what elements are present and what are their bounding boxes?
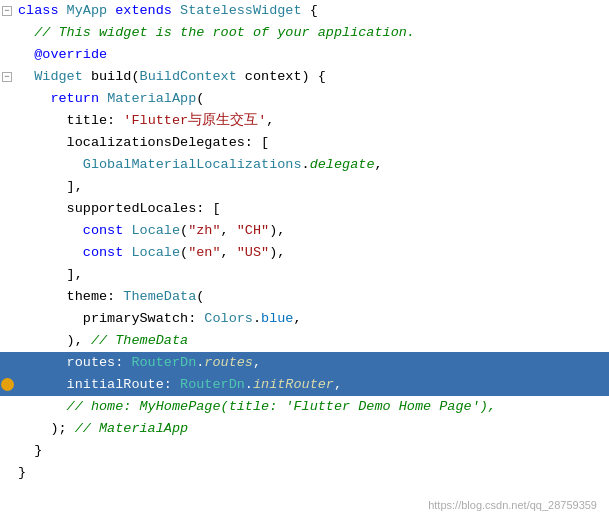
line-content-15: primarySwatch: Colors.blue,: [14, 308, 609, 330]
gutter-13: [0, 264, 14, 286]
gutter-9: [0, 176, 14, 198]
token: (: [196, 88, 204, 110]
token: .: [253, 308, 261, 330]
line-content-17: routes: RouterDn.routes,: [14, 352, 609, 374]
line-3: @override: [0, 44, 609, 66]
token: // MaterialApp: [67, 418, 189, 440]
line-1: − class MyApp extends StatelessWidget {: [0, 0, 609, 22]
token: @override: [34, 44, 107, 66]
token: delegate: [310, 154, 375, 176]
token: const: [83, 220, 124, 242]
token: (: [180, 242, 188, 264]
gutter-12: [0, 242, 14, 264]
gutter-1: −: [0, 0, 14, 22]
line-content-12: const Locale("en", "US"),: [14, 242, 609, 264]
token: // ThemeData: [91, 330, 188, 352]
token: );: [18, 418, 67, 440]
token: [123, 242, 131, 264]
line-content-2: // This widget is the root of your appli…: [14, 22, 609, 44]
token: theme:: [18, 286, 123, 308]
token: ,: [293, 308, 301, 330]
gutter-17: [0, 352, 14, 374]
gutter-10: [0, 198, 14, 220]
token: [18, 242, 83, 264]
line-content-14: theme: ThemeData(: [14, 286, 609, 308]
token: [18, 44, 34, 66]
token: Locale: [131, 242, 180, 264]
token: RouterDn: [180, 374, 245, 396]
token: [18, 154, 83, 176]
token: Widget: [34, 66, 83, 88]
gutter-7: [0, 132, 14, 154]
token: return: [50, 88, 99, 110]
line-15: primarySwatch: Colors.blue,: [0, 308, 609, 330]
token: Locale: [131, 220, 180, 242]
token: class: [18, 0, 67, 22]
token: build(: [83, 66, 140, 88]
token: routes: [204, 352, 253, 374]
line-18: initialRoute: RouterDn.initRouter,: [0, 374, 609, 396]
token: ),: [269, 220, 285, 242]
fold-icon-1[interactable]: −: [2, 6, 12, 16]
gutter-3: [0, 44, 14, 66]
line-8: GlobalMaterialLocalizations.delegate,: [0, 154, 609, 176]
gutter-22: [0, 462, 14, 484]
token: blue: [261, 308, 293, 330]
token: ThemeData: [123, 286, 196, 308]
token: supportedLocales: [: [18, 198, 221, 220]
line-content-8: GlobalMaterialLocalizations.delegate,: [14, 154, 609, 176]
gutter-18: [0, 374, 14, 396]
token: "US": [237, 242, 269, 264]
token: GlobalMaterialLocalizations: [83, 154, 302, 176]
token: .: [196, 352, 204, 374]
line-17: routes: RouterDn.routes,: [0, 352, 609, 374]
line-content-13: ],: [14, 264, 609, 286]
line-content-20: ); // MaterialApp: [14, 418, 609, 440]
line-5: return MaterialApp(: [0, 88, 609, 110]
token: }: [18, 440, 42, 462]
line-content-22: }: [14, 462, 609, 484]
gutter-21: [0, 440, 14, 462]
line-14: theme: ThemeData(: [0, 286, 609, 308]
line-content-16: ), // ThemeData: [14, 330, 609, 352]
line-content-5: return MaterialApp(: [14, 88, 609, 110]
gutter-20: [0, 418, 14, 440]
token: // home: MyHomePage(title: 'Flutter Demo…: [18, 396, 496, 418]
line-12: const Locale("en", "US"),: [0, 242, 609, 264]
line-11: const Locale("zh", "CH"),: [0, 220, 609, 242]
gutter-8: [0, 154, 14, 176]
token: (: [196, 286, 204, 308]
token: localizationsDelegates: [: [18, 132, 269, 154]
token: 'Flutter与原生交互': [123, 110, 266, 132]
token: ,: [266, 110, 274, 132]
token: const: [83, 242, 124, 264]
line-13: ],: [0, 264, 609, 286]
gutter-2: [0, 22, 14, 44]
token: MyApp: [67, 0, 116, 22]
line-4: − Widget build(BuildContext context) {: [0, 66, 609, 88]
token: ],: [18, 176, 83, 198]
token: ,: [221, 220, 237, 242]
token: initRouter: [253, 374, 334, 396]
watermark: https://blog.csdn.net/qq_28759359: [428, 499, 597, 511]
fold-icon-4[interactable]: −: [2, 72, 12, 82]
line-content-1: class MyApp extends StatelessWidget {: [14, 0, 609, 22]
token: "zh": [188, 220, 220, 242]
gutter-19: [0, 396, 14, 418]
line-content-19: // home: MyHomePage(title: 'Flutter Demo…: [14, 396, 609, 418]
line-content-9: ],: [14, 176, 609, 198]
token: MaterialApp: [107, 88, 196, 110]
line-16: ), // ThemeData: [0, 330, 609, 352]
token: .: [245, 374, 253, 396]
line-20: ); // MaterialApp: [0, 418, 609, 440]
gutter-15: [0, 308, 14, 330]
line-content-18: initialRoute: RouterDn.initRouter,: [14, 374, 609, 396]
token: [18, 220, 83, 242]
gutter-4: −: [0, 66, 14, 88]
token: .: [302, 154, 310, 176]
token: ,: [374, 154, 382, 176]
gutter-6: [0, 110, 14, 132]
token: RouterDn: [131, 352, 196, 374]
gutter-11: [0, 220, 14, 242]
code-editor: − class MyApp extends StatelessWidget { …: [0, 0, 609, 519]
